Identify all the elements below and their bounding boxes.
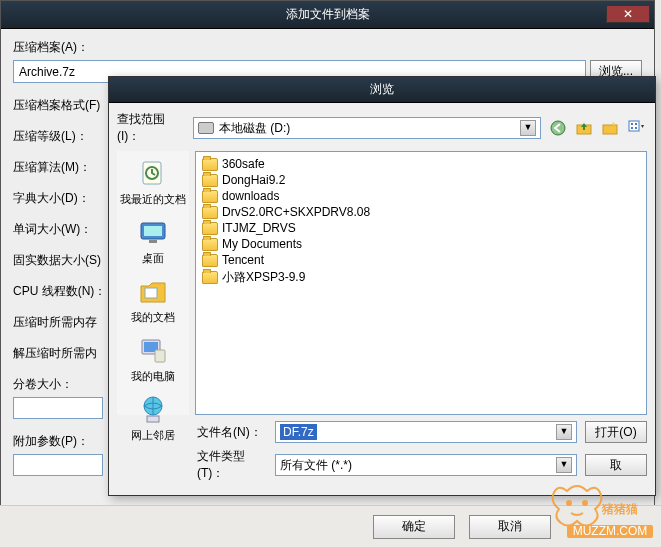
list-item[interactable]: 小路XPSP3-9.9 [200, 268, 642, 287]
file-list[interactable]: 360safe DongHai9.2 downloads DrvS2.0RC+S… [195, 151, 647, 415]
parent-title: 添加文件到档案 [286, 6, 370, 23]
ok-button[interactable]: 确定 [373, 515, 455, 539]
list-item[interactable]: DrvS2.0RC+SKXPDRV8.08 [200, 204, 642, 220]
svg-rect-6 [631, 127, 633, 129]
chevron-down-icon[interactable]: ▼ [556, 424, 572, 440]
svg-rect-16 [155, 350, 165, 362]
folder-icon [202, 158, 218, 171]
folder-icon [202, 238, 218, 251]
recent-docs-icon [137, 158, 169, 190]
back-icon[interactable] [547, 118, 569, 138]
split-size-input[interactable] [13, 397, 103, 419]
list-item[interactable]: Tencent [200, 252, 642, 268]
svg-rect-3 [629, 121, 639, 131]
documents-icon [137, 276, 169, 308]
filetype-value: 所有文件 (*.*) [280, 457, 352, 474]
svg-rect-13 [145, 288, 157, 298]
browse-dialog: 浏览 查找范围(I)： 本地磁盘 (D:) ▼ 我最近的文档 [108, 76, 656, 496]
folder-icon [202, 222, 218, 235]
place-mydocs[interactable]: 我的文档 [128, 273, 178, 328]
folder-icon [202, 254, 218, 267]
filename-combo[interactable]: DF.7z ▼ [275, 421, 577, 443]
place-recent[interactable]: 我最近的文档 [117, 155, 189, 210]
list-item[interactable]: downloads [200, 188, 642, 204]
open-button[interactable]: 打开(O) [585, 421, 647, 443]
lookin-value: 本地磁盘 (D:) [219, 120, 290, 137]
archive-label: 压缩档案(A)： [13, 39, 642, 56]
chevron-down-icon[interactable]: ▼ [556, 457, 572, 473]
svg-rect-7 [635, 127, 637, 129]
view-menu-icon[interactable] [625, 118, 647, 138]
params-input[interactable] [13, 454, 103, 476]
filename-label: 文件名(N)： [197, 424, 267, 441]
lookin-combo[interactable]: 本地磁盘 (D:) ▼ [193, 117, 541, 139]
svg-rect-12 [149, 240, 157, 243]
places-bar: 我最近的文档 桌面 我的文档 我的电脑 网上邻居 [117, 151, 189, 415]
folder-icon [202, 271, 218, 284]
filetype-combo[interactable]: 所有文件 (*.*) ▼ [275, 454, 577, 476]
lookin-label: 查找范围(I)： [117, 111, 187, 145]
place-desktop[interactable]: 桌面 [134, 214, 172, 269]
cancel-button[interactable]: 取消 [469, 515, 551, 539]
chevron-down-icon[interactable]: ▼ [520, 120, 536, 136]
desktop-icon [137, 217, 169, 249]
parent-close-button[interactable]: ✕ [606, 5, 650, 23]
browse-title: 浏览 [370, 81, 394, 98]
folder-icon [202, 190, 218, 203]
svg-rect-4 [631, 123, 633, 125]
list-item[interactable]: DongHai9.2 [200, 172, 642, 188]
up-folder-icon[interactable] [573, 118, 595, 138]
filename-value: DF.7z [280, 424, 317, 440]
browse-titlebar: 浏览 [109, 77, 655, 103]
svg-point-0 [551, 121, 565, 135]
new-folder-icon[interactable] [599, 118, 621, 138]
list-item[interactable]: My Documents [200, 236, 642, 252]
computer-icon [137, 335, 169, 367]
footer-bar: 确定 取消 [0, 505, 661, 547]
parent-titlebar: 添加文件到档案 ✕ [1, 1, 654, 29]
svg-rect-5 [635, 123, 637, 125]
folder-icon [202, 174, 218, 187]
svg-rect-11 [144, 226, 162, 236]
cancel-open-button[interactable]: 取 [585, 454, 647, 476]
disk-icon [198, 122, 214, 134]
list-item[interactable]: 360safe [200, 156, 642, 172]
place-computer[interactable]: 我的电脑 [128, 332, 178, 387]
svg-rect-2 [603, 125, 617, 134]
filetype-label: 文件类型(T)： [197, 448, 267, 482]
folder-icon [202, 206, 218, 219]
list-item[interactable]: ITJMZ_DRVS [200, 220, 642, 236]
